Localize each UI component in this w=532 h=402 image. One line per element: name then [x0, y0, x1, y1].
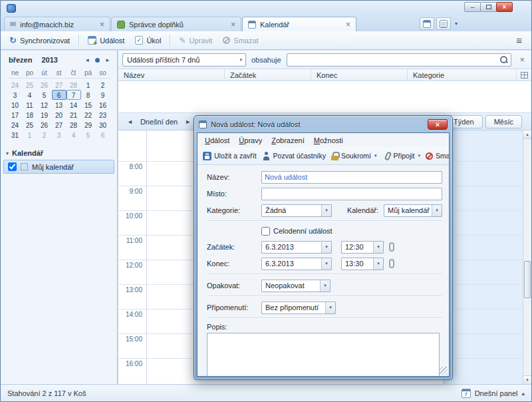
event-search-input[interactable]: [290, 55, 500, 65]
minical-day[interactable]: 21: [66, 110, 81, 120]
tab-month-view[interactable]: Měsíc: [485, 115, 522, 128]
calendar-dropdown[interactable]: Můj kalendář ▾: [384, 204, 442, 217]
minical-day-today[interactable]: 7: [66, 90, 81, 100]
link-times-icon[interactable]: [389, 242, 394, 252]
minical-day[interactable]: 26: [37, 120, 52, 130]
minical-day[interactable]: 17: [8, 110, 23, 120]
minical-day[interactable]: 24: [8, 120, 23, 130]
minical-today-icon[interactable]: [95, 58, 100, 63]
tab-close-icon[interactable]: ×: [231, 21, 235, 29]
minical-day[interactable]: 30: [96, 120, 110, 130]
menu-event[interactable]: Událost: [200, 134, 234, 146]
invite-attendees-button[interactable]: Pozvat účastníky: [259, 150, 329, 162]
today-pane-toggle[interactable]: 7 Dnešní panel ▴: [462, 389, 525, 398]
minical-day[interactable]: 31: [8, 130, 23, 140]
dialog-close-button[interactable]: ×: [428, 119, 448, 130]
event-range-dropdown[interactable]: Události příštích 7 dnů ▾: [122, 53, 246, 67]
minical-day[interactable]: 16: [96, 100, 110, 110]
delete-event-button[interactable]: Smazat: [423, 150, 450, 162]
scroll-down-icon[interactable]: ▼: [523, 375, 531, 384]
minical-day[interactable]: 15: [81, 100, 96, 110]
save-close-button[interactable]: Uložit a zavřít: [200, 150, 259, 162]
tab-close-icon[interactable]: ×: [346, 21, 350, 29]
column-name[interactable]: Název: [118, 69, 225, 81]
minical-day[interactable]: 25: [23, 120, 37, 130]
minical-day[interactable]: 1: [81, 80, 96, 90]
minical-day[interactable]: 10: [8, 100, 23, 110]
event-location-input[interactable]: [261, 188, 442, 200]
app-menu-icon[interactable]: ≡: [511, 33, 527, 47]
tab-calendar[interactable]: Kalendář ×: [242, 17, 356, 31]
resize-grip[interactable]: [440, 367, 448, 375]
minical-day[interactable]: 6: [96, 130, 110, 140]
scrollbar-thumb[interactable]: [524, 261, 531, 298]
new-event-button[interactable]: Událost: [83, 33, 129, 47]
minical-day[interactable]: 13: [52, 100, 66, 110]
tab-list-dropdown[interactable]: ▾: [453, 21, 460, 27]
menu-options[interactable]: Možnosti: [309, 134, 348, 146]
minical-day[interactable]: 1: [23, 130, 37, 140]
minical-day[interactable]: 4: [23, 90, 37, 100]
tab-mail[interactable]: ✉ info@macich.biz ×: [4, 17, 110, 31]
end-time-dropdown[interactable]: 13:30 ▾: [341, 258, 384, 270]
reminder-dropdown[interactable]: Bez připomenutí ▾: [261, 302, 336, 314]
open-tasks-tab-button[interactable]: [436, 17, 451, 30]
edit-button[interactable]: ✎ Upravit: [174, 34, 217, 47]
minical-day[interactable]: 3: [52, 130, 66, 140]
calendar-list-header[interactable]: ▾ Kalendář: [6, 149, 117, 157]
minical-prev-icon[interactable]: ◄: [84, 57, 90, 63]
vertical-scrollbar[interactable]: ▲ ▼: [523, 130, 531, 384]
minical-day[interactable]: 3: [8, 90, 23, 100]
start-date-dropdown[interactable]: 6.3.2013 ▾: [261, 241, 332, 254]
minical-day[interactable]: 29: [81, 120, 96, 130]
minical-day[interactable]: 4: [66, 130, 81, 140]
today-button[interactable]: Dnešní den: [136, 116, 182, 127]
open-calendar-tab-button[interactable]: [420, 17, 434, 30]
event-description-textarea[interactable]: [207, 333, 440, 377]
synchronize-button[interactable]: ↻ Synchronizovat: [5, 33, 74, 47]
tab-close-icon[interactable]: ×: [100, 21, 104, 29]
event-search-box[interactable]: [287, 53, 512, 67]
minical-day[interactable]: 12: [37, 100, 52, 110]
minical-day[interactable]: 28: [66, 120, 81, 130]
attach-button[interactable]: Připojit ▾: [383, 150, 423, 162]
minical-month[interactable]: březen: [9, 56, 32, 64]
minical-day[interactable]: 26: [37, 80, 52, 90]
calendar-list-item[interactable]: Můj kalendář: [3, 160, 114, 174]
category-dropdown[interactable]: Žádná ▾: [261, 204, 332, 217]
minical-day[interactable]: 18: [23, 110, 37, 120]
clear-filter-icon[interactable]: ×: [517, 55, 527, 65]
repeat-dropdown[interactable]: Neopakovat ▾: [261, 280, 331, 292]
start-time-dropdown[interactable]: 12:30 ▾: [341, 241, 384, 254]
previous-day-icon[interactable]: ◄: [124, 117, 136, 126]
privacy-button[interactable]: Soukromí ▾: [329, 150, 379, 162]
event-list-body[interactable]: [118, 81, 531, 113]
minimize-button[interactable]: –: [464, 2, 481, 12]
minical-day[interactable]: 28: [66, 80, 81, 90]
allday-checkbox[interactable]: [261, 227, 270, 236]
dialog-titlebar[interactable]: Nová událost: Nová událost ×: [194, 116, 452, 132]
column-category[interactable]: Kategorie: [408, 69, 517, 81]
event-title-input[interactable]: [261, 171, 442, 184]
minical-day[interactable]: 19: [37, 110, 52, 120]
delete-button[interactable]: Smazat: [218, 34, 263, 47]
minical-day[interactable]: 8: [81, 90, 96, 100]
column-end[interactable]: Konec: [311, 69, 408, 81]
minical-day[interactable]: 5: [81, 130, 96, 140]
minical-day[interactable]: 9: [96, 90, 110, 100]
minical-day[interactable]: 23: [96, 110, 110, 120]
minical-day[interactable]: 25: [23, 80, 37, 90]
minical-day[interactable]: 2: [96, 80, 110, 90]
column-start[interactable]: Začátek: [225, 69, 311, 81]
minical-day[interactable]: 27: [52, 120, 66, 130]
close-button[interactable]: ×: [496, 2, 513, 12]
minical-day[interactable]: 2: [37, 130, 52, 140]
minical-day[interactable]: 5: [37, 90, 52, 100]
minical-day[interactable]: 24: [8, 80, 23, 90]
next-day-icon[interactable]: ►: [182, 117, 194, 126]
titlebar[interactable]: – ×: [1, 1, 531, 15]
scroll-up-icon[interactable]: ▲: [523, 130, 531, 139]
minical-day[interactable]: 14: [66, 100, 81, 110]
minical-day[interactable]: 20: [52, 110, 66, 120]
menu-view[interactable]: Zobrazení: [267, 134, 309, 146]
